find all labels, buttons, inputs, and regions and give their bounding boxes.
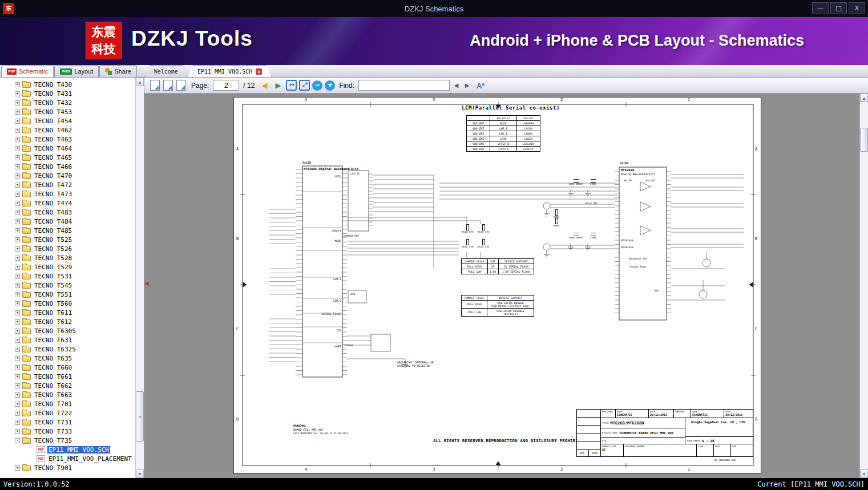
expand-expander-icon[interactable]: + <box>15 411 20 416</box>
tree-folder-item[interactable]: +TECNO T466 <box>0 162 135 171</box>
tree-folder-item[interactable]: +TECNO T733 <box>0 427 135 436</box>
tree-folder-item[interactable]: +TECNO T545 <box>0 281 135 290</box>
expand-expander-icon[interactable]: + <box>15 292 20 297</box>
expand-expander-icon[interactable]: + <box>15 347 20 352</box>
tree-folder-item[interactable]: +TECNO T526 <box>0 244 135 253</box>
expand-expander-icon[interactable]: + <box>15 274 20 279</box>
previous-page-button[interactable]: ◀ <box>259 80 270 91</box>
scroll-up-icon[interactable]: ▲ <box>136 78 144 86</box>
tree-folder-item[interactable]: +TECNO T661 <box>0 372 135 381</box>
tree-folder-item[interactable]: +TECNO T474 <box>0 199 135 208</box>
collapse-expander-icon[interactable]: - <box>15 438 20 443</box>
tree-file-item[interactable]: PDFEP11_MMI_VOO.SCH <box>0 445 135 454</box>
expand-expander-icon[interactable]: + <box>15 420 20 425</box>
continuous-pages-icon[interactable] <box>176 80 186 91</box>
next-page-button[interactable]: ▶ <box>272 80 284 91</box>
expand-expander-icon[interactable]: + <box>15 128 20 133</box>
maximize-button[interactable]: □ <box>830 2 847 14</box>
fit-width-icon[interactable]: ↔ <box>286 80 297 91</box>
expand-expander-icon[interactable]: + <box>15 119 20 124</box>
expand-expander-icon[interactable]: + <box>15 338 20 343</box>
scroll-down-icon[interactable]: ▼ <box>136 469 144 478</box>
facing-pages-icon[interactable] <box>163 80 173 91</box>
tree-folder-item[interactable]: +TECNO T632S <box>0 345 135 354</box>
expand-expander-icon[interactable]: + <box>15 146 20 151</box>
expand-expander-icon[interactable]: + <box>15 374 20 379</box>
tree-folder-item[interactable]: +TECNO T731 <box>0 418 135 427</box>
tree-folder-item[interactable]: +TECNO T631 <box>0 335 135 345</box>
tree-folder-item[interactable]: +TECNO T528 <box>0 253 135 262</box>
expand-expander-icon[interactable]: + <box>15 356 20 361</box>
expand-expander-icon[interactable]: + <box>15 301 20 306</box>
tree-folder-item[interactable]: +TECNO T462 <box>0 125 135 135</box>
expand-expander-icon[interactable]: + <box>15 91 20 96</box>
tree-folder-item[interactable]: +TECNO T463 <box>0 135 135 144</box>
main-scrollbar[interactable]: ▲ ▼ <box>859 94 868 478</box>
expand-expander-icon[interactable]: + <box>15 237 20 242</box>
tree-folder-item[interactable]: +TECNO T430 <box>0 80 135 89</box>
expand-expander-icon[interactable]: + <box>15 173 20 179</box>
close-tab-icon[interactable]: x <box>256 68 262 75</box>
expand-expander-icon[interactable]: + <box>15 265 20 270</box>
expand-expander-icon[interactable]: + <box>15 210 20 215</box>
expand-expander-icon[interactable]: + <box>15 429 20 434</box>
tree-folder-item[interactable]: +TECNO T630S <box>0 326 135 335</box>
expand-expander-icon[interactable]: + <box>15 392 20 398</box>
scroll-down-icon[interactable]: ▼ <box>860 469 868 478</box>
tree-folder-item[interactable]: +TECNO T483 <box>0 208 135 217</box>
find-next-icon[interactable]: ▶ <box>463 80 471 91</box>
expand-expander-icon[interactable]: + <box>15 329 20 334</box>
expand-expander-icon[interactable]: + <box>15 228 20 233</box>
expand-expander-icon[interactable]: + <box>15 100 20 106</box>
tree-folder-item[interactable]: +TECNO T612 <box>0 317 135 326</box>
tree-folder-item[interactable]: +TECNO T701 <box>0 399 135 408</box>
expand-expander-icon[interactable]: + <box>15 192 20 197</box>
tree-folder-item[interactable]: +TECNO T662 <box>0 381 135 390</box>
tree-folder-item[interactable]: +TECNO T465 <box>0 153 135 162</box>
tree-folder-item[interactable]: +TECNO T464 <box>0 144 135 153</box>
expand-expander-icon[interactable]: + <box>15 110 20 115</box>
document-tab[interactable]: EP11_MMI_VOO.SCHx <box>188 65 272 77</box>
single-page-icon[interactable] <box>150 80 160 91</box>
tree-folder-item[interactable]: +TECNO T660 <box>0 363 135 372</box>
find-previous-icon[interactable]: ◀ <box>452 80 461 91</box>
tab-share[interactable]: Share <box>99 65 136 77</box>
expand-expander-icon[interactable]: + <box>15 82 20 87</box>
splitter-collapse-icon[interactable]: ◀ <box>144 280 149 286</box>
expand-expander-icon[interactable]: + <box>15 164 20 169</box>
expand-expander-icon[interactable]: + <box>15 283 20 288</box>
tree-folder-item[interactable]: +TECNO T453 <box>0 107 135 116</box>
expand-expander-icon[interactable]: + <box>15 310 20 315</box>
page-number-input[interactable] <box>213 80 239 91</box>
tree-folder-item[interactable]: +TECNO T551 <box>0 290 135 299</box>
tree-folder-item[interactable]: -TECNO T735 <box>0 436 135 445</box>
tree-folder-item[interactable]: +TECNO T531 <box>0 272 135 281</box>
scroll-up-icon[interactable]: ▲ <box>860 94 868 102</box>
fit-page-icon[interactable]: ⤢ <box>299 80 310 91</box>
expand-expander-icon[interactable]: + <box>15 465 20 471</box>
tree-folder-item[interactable]: +TECNO T663 <box>0 390 135 399</box>
tree-folder-item[interactable]: +TECNO T901 <box>0 463 135 472</box>
tree-folder-item[interactable]: +TECNO T529 <box>0 262 135 272</box>
expand-expander-icon[interactable]: + <box>15 383 20 388</box>
expand-expander-icon[interactable]: + <box>15 201 20 206</box>
tree-folder-item[interactable]: +TECNO T454 <box>0 116 135 125</box>
tree-file-item[interactable]: PDFEP11_MMI_VOO_PLACEMENT <box>0 454 135 463</box>
tree-folder-item[interactable]: +TECNO T432 <box>0 98 135 107</box>
zoom-out-button[interactable]: − <box>312 80 322 91</box>
expand-expander-icon[interactable]: + <box>15 319 20 325</box>
expand-expander-icon[interactable]: + <box>15 137 20 142</box>
expand-expander-icon[interactable]: + <box>15 256 20 261</box>
tree-folder-item[interactable]: +TECNO T473 <box>0 189 135 199</box>
expand-expander-icon[interactable]: + <box>15 219 20 224</box>
expand-expander-icon[interactable]: + <box>15 183 20 188</box>
document-tab[interactable]: Welcome <box>144 65 188 77</box>
tree-folder-item[interactable]: +TECNO T611 <box>0 308 135 317</box>
tree-folder-item[interactable]: +TECNO T722 <box>0 408 135 418</box>
minimize-button[interactable]: — <box>812 2 829 14</box>
tree-scrollbar[interactable]: ▲ ≡ ▼ <box>135 78 144 478</box>
expand-expander-icon[interactable]: + <box>15 365 20 370</box>
zoom-in-button[interactable]: + <box>325 80 335 91</box>
document-canvas[interactable]: LCM(Parallel Serial co-exist) ParallelSe… <box>144 94 859 478</box>
tab-layout[interactable]: PADSLayout <box>54 65 99 77</box>
